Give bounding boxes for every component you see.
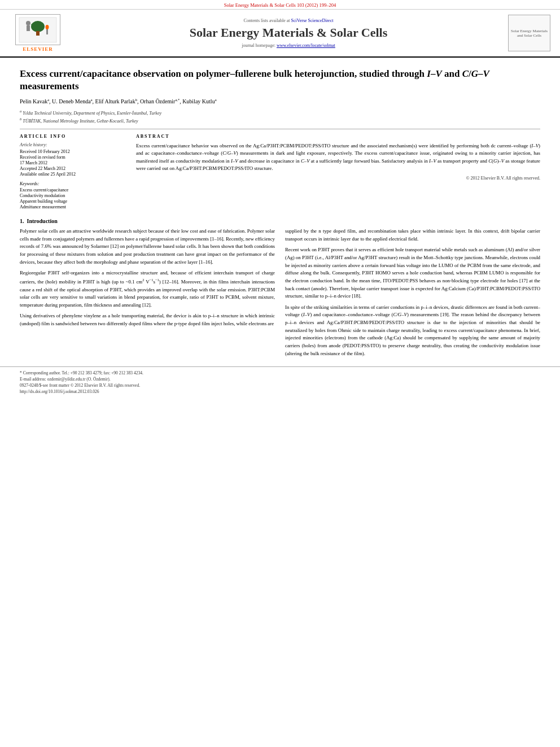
intro-para-5: Recent work on P3HT proves that it serve…: [285, 246, 540, 300]
svg-point-1: [31, 21, 45, 32]
footer-corresponding: * Corresponding author. Tel.: +90 212 38…: [20, 370, 540, 375]
article-info-heading: ARTICLE INFO: [20, 134, 127, 139]
homepage-line: journal homepage: www.elsevier.com/locat…: [75, 43, 502, 48]
date-revised-label: Received in revised form: [20, 155, 127, 160]
copyright-line: © 2012 Elsevier B.V. All rights reserved…: [136, 176, 540, 181]
article-title: Excess current/capacitance observation o…: [20, 68, 540, 93]
history-label: Article history:: [20, 142, 127, 147]
affiliation-a: a Yıldız Technical University, Departmen…: [20, 108, 540, 116]
elsevier-label: ELSEVIER: [23, 46, 53, 52]
elsevier-logo-box: [15, 14, 60, 45]
abstract-col: ABSTRACT Excess current/capacitance beha…: [136, 134, 540, 210]
journal-cover-thumbnail: Solar Energy Materials and Solar Cells: [508, 15, 550, 51]
svg-point-3: [26, 21, 30, 25]
footer-doi: http://dx.doi.org/10.1016/j.solmat.2012.…: [20, 389, 540, 394]
date-revised: 17 March 2012: [20, 160, 127, 165]
introduction-columns: Polymer solar cells are an attractive wo…: [20, 228, 540, 361]
abstract-text: Excess current/capacitance behavior was …: [136, 142, 540, 172]
intro-left-col: Polymer solar cells are an attractive wo…: [20, 228, 275, 361]
introduction-section: 1. Introduction Polymer solar cells are …: [20, 218, 540, 361]
keyword-2: Conductivity modulation: [20, 193, 127, 198]
keyword-4: Admittance measurement: [20, 204, 127, 209]
homepage-link[interactable]: www.elsevier.com/locate/solmat: [277, 43, 335, 48]
keywords-label: Keywords:: [20, 181, 127, 186]
intro-para-4: supplied by the n type doped film, and r…: [285, 228, 540, 243]
journal-title: Solar Energy Materials & Solar Cells: [75, 25, 502, 40]
affiliation-b: b TÜBİTAK, National Metrology Institute,…: [20, 116, 540, 124]
svg-point-6: [46, 25, 49, 29]
journal-citation: Solar Energy Materials & Solar Cells 103…: [0, 0, 560, 10]
journal-thumb: Solar Energy Materials and Solar Cells: [508, 15, 553, 51]
date-received: Received 10 February 2012: [20, 149, 127, 154]
intro-para-1: Polymer solar cells are an attractive wo…: [20, 228, 275, 266]
keyword-1: Excess current/capacitance: [20, 187, 127, 193]
footer-email: E-mail address: ozdemir@yildiz.edu.tr (O…: [20, 377, 540, 382]
intro-para-6: In spite of the striking similarities in…: [285, 304, 540, 357]
intro-right-col: supplied by the n type doped film, and r…: [285, 228, 540, 361]
intro-para-2: Regioregular P3HT self-organizes into a …: [20, 269, 275, 309]
intro-para-3: Using derivatives of phenylene vinylene …: [20, 312, 275, 327]
journal-title-area: Contents lists available at SciVerse Sci…: [69, 18, 508, 47]
abstract-heading: ABSTRACT: [136, 134, 540, 139]
article-info-col: ARTICLE INFO Article history: Received 1…: [20, 134, 127, 210]
info-abstract-section: ARTICLE INFO Article history: Received 1…: [20, 134, 540, 210]
contents-line: Contents lists available at SciVerse Sci…: [75, 18, 502, 23]
section1-title: 1. Introduction: [20, 218, 540, 224]
keyword-3: Apparent building voltage: [20, 199, 127, 204]
divider: [20, 129, 540, 129]
authors-line: Pelin Kavaka, U. Deneb Mendaa, Elif Altu…: [20, 97, 540, 106]
sciverse-link[interactable]: SciVerse ScienceDirect: [291, 18, 334, 23]
date-online: Available online 25 April 2012: [20, 172, 127, 177]
elsevier-logo-area: ELSEVIER: [7, 14, 69, 52]
journal-header: ELSEVIER Contents lists available at Sci…: [0, 10, 560, 58]
date-accepted: Accepted 22 March 2012: [20, 166, 127, 171]
svg-rect-4: [27, 25, 30, 31]
article-content: Excess current/capacitance observation o…: [0, 58, 560, 366]
svg-rect-2: [36, 31, 40, 36]
footer-copyright: 0927-0248/$-see front matter © 2012 Else…: [20, 383, 540, 388]
footer: * Corresponding author. Tel.: +90 212 38…: [0, 366, 560, 399]
